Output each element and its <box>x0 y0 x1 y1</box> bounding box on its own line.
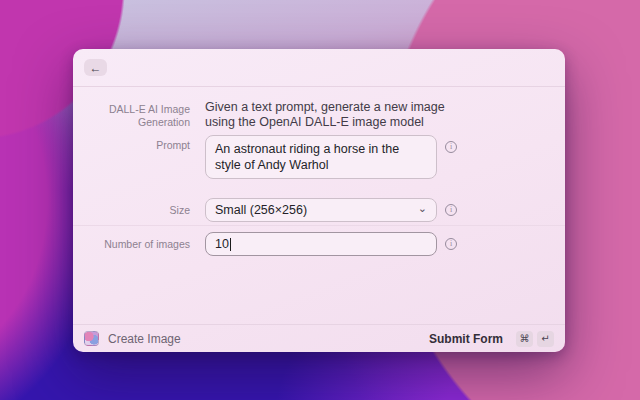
size-label: Size <box>73 198 190 217</box>
return-key-icon: ↵ <box>537 331 554 347</box>
count-value: 10 <box>215 237 229 251</box>
count-field-row: Number of images 10 i <box>73 232 565 256</box>
number-of-images-input[interactable]: 10 <box>205 232 437 256</box>
size-info-icon[interactable]: i <box>445 204 457 216</box>
window-titlebar: ← <box>73 49 565 87</box>
count-info-icon[interactable]: i <box>445 238 457 250</box>
chevron-down-icon: ⌄ <box>418 203 427 214</box>
form-content: DALL-E AI Image Generation Given a text … <box>73 87 565 324</box>
back-arrow-icon: ← <box>90 62 102 74</box>
size-value: Small (256×256) <box>215 203 307 217</box>
text-cursor <box>230 238 231 251</box>
command-header-row: DALL-E AI Image Generation Given a text … <box>73 99 565 130</box>
form-separator <box>73 225 565 226</box>
size-dropdown[interactable]: Small (256×256) ⌄ <box>205 198 437 222</box>
count-label: Number of images <box>73 232 190 251</box>
action-bar-command-name: Create Image <box>108 332 181 346</box>
raycast-command-window: ← DALL-E AI Image Generation Given a tex… <box>73 49 565 352</box>
command-title-label: DALL-E AI Image Generation <box>73 99 190 129</box>
prompt-value: An astronaut riding a horse in the style… <box>215 142 399 172</box>
command-key-icon: ⌘ <box>516 331 533 347</box>
prompt-label: Prompt <box>73 135 190 152</box>
prompt-field-row: Prompt An astronaut riding a horse in th… <box>73 135 565 179</box>
back-button[interactable]: ← <box>84 59 107 76</box>
size-field-row: Size Small (256×256) ⌄ i <box>73 198 565 222</box>
prompt-textarea[interactable]: An astronaut riding a horse in the style… <box>205 135 437 179</box>
action-bar: Create Image Submit Form ⌘ ↵ <box>73 324 565 352</box>
dalle-extension-icon <box>84 331 99 346</box>
submit-form-button[interactable]: Submit Form <box>429 332 503 346</box>
prompt-info-icon[interactable]: i <box>445 141 457 153</box>
command-description: Given a text prompt, generate a new imag… <box>205 99 475 130</box>
